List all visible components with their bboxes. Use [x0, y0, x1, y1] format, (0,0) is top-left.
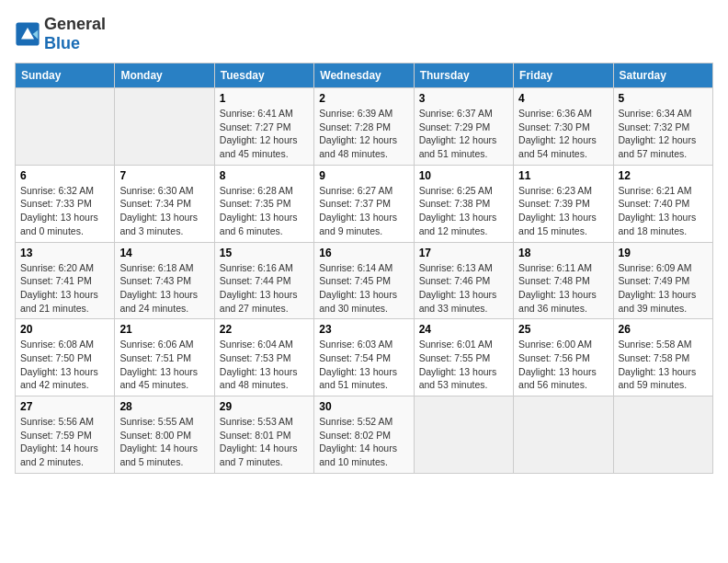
calendar-cell: 24Sunrise: 6:01 AM Sunset: 7:55 PM Dayli…	[414, 319, 513, 396]
day-number: 2	[319, 92, 408, 105]
day-number: 11	[518, 169, 608, 182]
day-number: 12	[619, 169, 708, 182]
day-number: 17	[419, 247, 508, 259]
day-number: 24	[419, 323, 508, 336]
calendar-table: SundayMondayTuesdayWednesdayThursdayFrid…	[15, 63, 713, 474]
day-info: Sunrise: 6:23 AM Sunset: 7:39 PM Dayligh…	[518, 184, 608, 238]
calendar-col-header: Saturday	[613, 63, 712, 88]
calendar-col-header: Tuesday	[214, 63, 313, 88]
calendar-cell: 16Sunrise: 6:14 AM Sunset: 7:45 PM Dayli…	[314, 242, 414, 319]
calendar-col-header: Wednesday	[314, 63, 414, 88]
calendar-cell: 19Sunrise: 6:09 AM Sunset: 7:49 PM Dayli…	[613, 242, 712, 319]
calendar-cell: 5Sunrise: 6:34 AM Sunset: 7:32 PM Daylig…	[613, 88, 712, 166]
day-info: Sunrise: 6:08 AM Sunset: 7:50 PM Dayligh…	[20, 338, 109, 392]
day-number: 15	[220, 247, 309, 259]
day-number: 8	[220, 169, 309, 182]
day-number: 7	[119, 169, 209, 182]
day-info: Sunrise: 6:01 AM Sunset: 7:55 PM Dayligh…	[419, 338, 508, 392]
day-info: Sunrise: 6:20 AM Sunset: 7:41 PM Dayligh…	[20, 261, 109, 316]
calendar-cell: 25Sunrise: 6:00 AM Sunset: 7:56 PM Dayli…	[514, 319, 613, 396]
day-number: 25	[518, 323, 608, 336]
day-info: Sunrise: 6:09 AM Sunset: 7:49 PM Dayligh…	[619, 261, 708, 316]
calendar-cell: 7Sunrise: 6:30 AM Sunset: 7:34 PM Daylig…	[115, 165, 214, 242]
day-info: Sunrise: 6:06 AM Sunset: 7:51 PM Dayligh…	[119, 338, 209, 392]
day-number: 27	[20, 400, 109, 413]
logo-general: General	[44, 15, 106, 33]
calendar-cell	[115, 88, 214, 166]
calendar-cell	[414, 396, 513, 474]
day-info: Sunrise: 6:30 AM Sunset: 7:34 PM Dayligh…	[119, 184, 209, 238]
day-number: 5	[619, 92, 708, 105]
day-info: Sunrise: 6:39 AM Sunset: 7:28 PM Dayligh…	[319, 107, 408, 161]
page-header: General Blue	[15, 15, 713, 53]
calendar-cell: 13Sunrise: 6:20 AM Sunset: 7:41 PM Dayli…	[16, 242, 115, 319]
day-info: Sunrise: 5:52 AM Sunset: 8:02 PM Dayligh…	[319, 415, 408, 469]
day-number: 3	[419, 92, 508, 105]
day-info: Sunrise: 5:58 AM Sunset: 7:58 PM Dayligh…	[619, 338, 708, 392]
day-info: Sunrise: 6:16 AM Sunset: 7:44 PM Dayligh…	[220, 261, 309, 316]
day-number: 14	[119, 247, 209, 259]
calendar-cell: 6Sunrise: 6:32 AM Sunset: 7:33 PM Daylig…	[16, 165, 115, 242]
day-info: Sunrise: 6:32 AM Sunset: 7:33 PM Dayligh…	[20, 184, 109, 238]
day-number: 16	[319, 247, 408, 259]
calendar-cell: 23Sunrise: 6:03 AM Sunset: 7:54 PM Dayli…	[314, 319, 414, 396]
logo-icon	[15, 21, 40, 47]
calendar-cell: 2Sunrise: 6:39 AM Sunset: 7:28 PM Daylig…	[314, 88, 414, 166]
day-info: Sunrise: 6:41 AM Sunset: 7:27 PM Dayligh…	[220, 107, 309, 161]
day-number: 19	[619, 247, 708, 259]
calendar-cell: 26Sunrise: 5:58 AM Sunset: 7:58 PM Dayli…	[613, 319, 712, 396]
calendar-col-header: Monday	[115, 63, 214, 88]
day-number: 18	[518, 247, 608, 259]
day-info: Sunrise: 6:28 AM Sunset: 7:35 PM Dayligh…	[220, 184, 309, 238]
day-number: 22	[220, 323, 309, 336]
logo: General Blue	[15, 15, 106, 53]
calendar-cell: 9Sunrise: 6:27 AM Sunset: 7:37 PM Daylig…	[314, 165, 414, 242]
calendar-col-header: Thursday	[414, 63, 513, 88]
day-info: Sunrise: 6:04 AM Sunset: 7:53 PM Dayligh…	[220, 338, 309, 392]
calendar-cell: 27Sunrise: 5:56 AM Sunset: 7:59 PM Dayli…	[16, 396, 115, 474]
day-number: 29	[220, 400, 309, 413]
calendar-cell: 14Sunrise: 6:18 AM Sunset: 7:43 PM Dayli…	[115, 242, 214, 319]
day-info: Sunrise: 6:00 AM Sunset: 7:56 PM Dayligh…	[518, 338, 608, 392]
day-info: Sunrise: 6:03 AM Sunset: 7:54 PM Dayligh…	[319, 338, 408, 392]
calendar-cell: 20Sunrise: 6:08 AM Sunset: 7:50 PM Dayli…	[16, 319, 115, 396]
calendar-cell: 30Sunrise: 5:52 AM Sunset: 8:02 PM Dayli…	[314, 396, 414, 474]
calendar-col-header: Sunday	[16, 63, 115, 88]
day-info: Sunrise: 6:27 AM Sunset: 7:37 PM Dayligh…	[319, 184, 408, 238]
calendar-cell: 29Sunrise: 5:53 AM Sunset: 8:01 PM Dayli…	[214, 396, 313, 474]
calendar-cell: 1Sunrise: 6:41 AM Sunset: 7:27 PM Daylig…	[214, 88, 313, 166]
calendar-cell: 4Sunrise: 6:36 AM Sunset: 7:30 PM Daylig…	[514, 88, 613, 166]
calendar-cell	[16, 88, 115, 166]
day-info: Sunrise: 6:18 AM Sunset: 7:43 PM Dayligh…	[119, 261, 209, 316]
day-info: Sunrise: 6:34 AM Sunset: 7:32 PM Dayligh…	[619, 107, 708, 161]
day-info: Sunrise: 6:11 AM Sunset: 7:48 PM Dayligh…	[518, 261, 608, 316]
calendar-cell: 12Sunrise: 6:21 AM Sunset: 7:40 PM Dayli…	[613, 165, 712, 242]
day-number: 20	[20, 323, 109, 336]
calendar-cell: 10Sunrise: 6:25 AM Sunset: 7:38 PM Dayli…	[414, 165, 513, 242]
day-info: Sunrise: 5:53 AM Sunset: 8:01 PM Dayligh…	[220, 415, 309, 469]
day-number: 6	[20, 169, 109, 182]
day-info: Sunrise: 6:14 AM Sunset: 7:45 PM Dayligh…	[319, 261, 408, 316]
day-number: 28	[119, 400, 209, 413]
day-number: 30	[319, 400, 408, 413]
calendar-week-row: 1Sunrise: 6:41 AM Sunset: 7:27 PM Daylig…	[16, 88, 713, 166]
day-info: Sunrise: 6:36 AM Sunset: 7:30 PM Dayligh…	[518, 107, 608, 161]
day-number: 10	[419, 169, 508, 182]
day-number: 26	[619, 323, 708, 336]
calendar-cell: 3Sunrise: 6:37 AM Sunset: 7:29 PM Daylig…	[414, 88, 513, 166]
day-info: Sunrise: 6:37 AM Sunset: 7:29 PM Dayligh…	[419, 107, 508, 161]
calendar-cell: 11Sunrise: 6:23 AM Sunset: 7:39 PM Dayli…	[514, 165, 613, 242]
calendar-cell: 28Sunrise: 5:55 AM Sunset: 8:00 PM Dayli…	[115, 396, 214, 474]
day-info: Sunrise: 5:55 AM Sunset: 8:00 PM Dayligh…	[119, 415, 209, 469]
calendar-cell: 22Sunrise: 6:04 AM Sunset: 7:53 PM Dayli…	[214, 319, 313, 396]
day-number: 21	[119, 323, 209, 336]
calendar-week-row: 20Sunrise: 6:08 AM Sunset: 7:50 PM Dayli…	[16, 319, 713, 396]
calendar-header-row: SundayMondayTuesdayWednesdayThursdayFrid…	[16, 63, 713, 88]
day-info: Sunrise: 6:25 AM Sunset: 7:38 PM Dayligh…	[419, 184, 508, 238]
calendar-col-header: Friday	[514, 63, 613, 88]
calendar-cell: 15Sunrise: 6:16 AM Sunset: 7:44 PM Dayli…	[214, 242, 313, 319]
day-number: 23	[319, 323, 408, 336]
day-number: 13	[20, 247, 109, 259]
calendar-cell	[514, 396, 613, 474]
day-info: Sunrise: 6:21 AM Sunset: 7:40 PM Dayligh…	[619, 184, 708, 238]
